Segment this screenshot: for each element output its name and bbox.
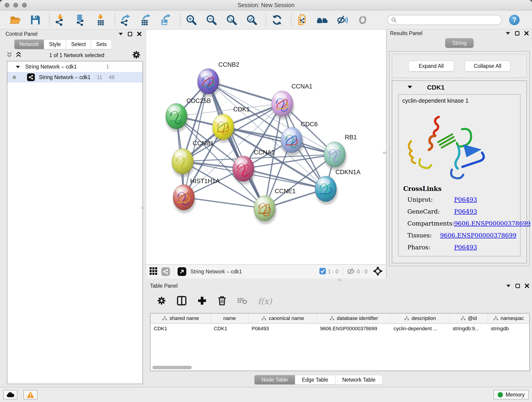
- export-table-icon[interactable]: [139, 13, 152, 27]
- toolbar-separator: [266, 14, 266, 26]
- network-collection-row[interactable]: String Network – cdk1 1: [7, 61, 143, 72]
- panel-float-icon[interactable]: [515, 31, 519, 36]
- network-node-CDC25B[interactable]: [166, 103, 187, 129]
- cell-shared-name[interactable]: CDK1: [151, 326, 210, 332]
- network-node-CDC6[interactable]: [281, 127, 302, 153]
- network-node-HIST1H1A[interactable]: [173, 185, 195, 210]
- panel-float-icon[interactable]: [515, 284, 520, 288]
- cell-database-identifier[interactable]: 9606.ENSP00000378699: [317, 326, 390, 332]
- tab-style[interactable]: Style: [44, 39, 66, 49]
- column-header-shared-name[interactable]: shared name: [151, 313, 210, 323]
- cloud-status-button[interactable]: [3, 390, 17, 400]
- show-grid-icon[interactable]: [149, 267, 158, 276]
- warnings-button[interactable]: [23, 390, 38, 400]
- cell-namespac[interactable]: stringdb: [488, 326, 529, 332]
- vertical-splitter-handle[interactable]: [383, 152, 386, 154]
- zoom-selected-icon[interactable]: [245, 13, 259, 27]
- hidden-eye-icon[interactable]: [347, 268, 355, 276]
- show-hide-graphics-icon[interactable]: [336, 13, 349, 27]
- zoom-window-button[interactable]: [22, 3, 27, 7]
- network-node-CCNE1[interactable]: [254, 196, 275, 221]
- panel-menu-icon[interactable]: [506, 284, 511, 287]
- expand-all-button[interactable]: Expand All: [408, 61, 454, 71]
- search-input[interactable]: [387, 15, 502, 25]
- open-session-icon[interactable]: [8, 13, 22, 27]
- network-row-selected[interactable]: String Network – cdk1 11 48: [7, 72, 143, 83]
- network-node-RB1[interactable]: [324, 142, 346, 167]
- network-canvas[interactable]: CCNB2CCNA1CDC25BCDK1CDC6RB1CCNB1CCNA2CDK…: [146, 30, 386, 264]
- panel-close-icon[interactable]: [525, 283, 529, 288]
- cell-name[interactable]: CDK1: [210, 326, 248, 332]
- table-settings-gear-icon[interactable]: [157, 296, 166, 306]
- show-columns-icon[interactable]: [177, 296, 187, 307]
- minimize-window-button[interactable]: [13, 3, 18, 7]
- import-network-file-icon[interactable]: [54, 13, 67, 27]
- add-column-icon[interactable]: [197, 296, 207, 306]
- node-table[interactable]: shared namenamecanonical namedatabase id…: [150, 313, 530, 371]
- column-header-canonical-name[interactable]: canonical name: [248, 313, 317, 323]
- zoom-in-icon[interactable]: [185, 13, 198, 27]
- crosslink-link[interactable]: P06493: [454, 244, 477, 251]
- open-in-new-window-icon[interactable]: [177, 267, 186, 276]
- column-header-namespac[interactable]: namespac: [488, 313, 529, 323]
- crosslink-link[interactable]: 9606.ENSP00000378699: [454, 220, 530, 227]
- memory-label: Memory: [506, 392, 525, 398]
- panel-close-icon[interactable]: [524, 31, 529, 36]
- help-button[interactable]: ?: [509, 15, 520, 25]
- network-node-CCNB2[interactable]: [197, 69, 219, 94]
- tab-sets[interactable]: Sets: [91, 39, 112, 49]
- network-node-CDKN1A[interactable]: [315, 176, 336, 202]
- vertical-splitter-handle[interactable]: [141, 207, 144, 209]
- horizontal-scrollbar[interactable]: [152, 366, 192, 369]
- table-row[interactable]: CDK1CDK1P064939606.ENSP00000378699cyclin…: [151, 324, 529, 334]
- tab-select[interactable]: Select: [66, 39, 91, 49]
- first-neighbors-icon[interactable]: [316, 13, 329, 27]
- crosslink-link[interactable]: P06493: [454, 196, 477, 203]
- collapse-all-button[interactable]: Collapse All: [465, 61, 510, 71]
- tab-node-table[interactable]: Node Table: [254, 375, 295, 385]
- zoom-out-icon[interactable]: [205, 13, 218, 27]
- network-node-CDK1[interactable]: [212, 114, 234, 140]
- export-network-icon[interactable]: [119, 13, 133, 27]
- cell--id[interactable]: stringdb:9...: [450, 326, 488, 332]
- memory-button[interactable]: Memory: [494, 390, 529, 400]
- import-table-icon[interactable]: [94, 13, 107, 27]
- crosslink-link[interactable]: P06493: [454, 208, 477, 215]
- share-network-icon[interactable]: [161, 267, 170, 276]
- selected-checkbox-icon[interactable]: [319, 268, 326, 275]
- gear-icon[interactable]: [132, 51, 141, 60]
- collection-expand-icon[interactable]: [16, 64, 20, 70]
- cell-description[interactable]: cyclin-dependent ...: [390, 326, 450, 332]
- column-header-name[interactable]: name: [210, 313, 248, 323]
- collapse-all-tree-icon[interactable]: [6, 51, 12, 59]
- highlight-eye-icon[interactable]: [356, 13, 369, 27]
- refresh-icon[interactable]: [270, 13, 284, 27]
- panel-float-icon[interactable]: [128, 32, 132, 36]
- network-node-CCNA2[interactable]: [233, 156, 254, 182]
- import-network-database-icon[interactable]: [74, 13, 87, 27]
- zoom-fit-icon[interactable]: [225, 13, 238, 27]
- expand-all-tree-icon[interactable]: [16, 51, 22, 59]
- panel-menu-icon[interactable]: [506, 32, 510, 35]
- column-header-database-identifier[interactable]: database identifier: [317, 313, 390, 323]
- birdseye-navigator-icon[interactable]: [373, 266, 383, 277]
- network-node-CCNB1[interactable]: [172, 148, 193, 174]
- horizontal-splitter[interactable]: [146, 279, 532, 281]
- cell-canonical-name[interactable]: P06493: [248, 326, 317, 332]
- save-session-icon[interactable]: [28, 13, 42, 27]
- delete-column-icon[interactable]: [217, 296, 227, 307]
- duplicate-network-icon[interactable]: [296, 13, 309, 27]
- tab-network-table[interactable]: Network Table: [336, 375, 383, 385]
- tab-network[interactable]: Network: [14, 39, 44, 49]
- tab-string[interactable]: String: [445, 38, 474, 48]
- close-window-button[interactable]: [5, 3, 9, 7]
- crosslink-link[interactable]: 9606.ENSP00000378699: [440, 232, 516, 239]
- section-collapse-icon[interactable]: [407, 85, 412, 89]
- column-header--id[interactable]: @id: [450, 313, 488, 323]
- panel-menu-icon[interactable]: [119, 32, 123, 36]
- panel-close-icon[interactable]: [137, 32, 142, 36]
- tab-edge-table[interactable]: Edge Table: [295, 375, 336, 385]
- network-node-CCNA1[interactable]: [272, 91, 293, 116]
- column-header-description[interactable]: description: [390, 313, 450, 323]
- export-image-icon[interactable]: [159, 13, 173, 27]
